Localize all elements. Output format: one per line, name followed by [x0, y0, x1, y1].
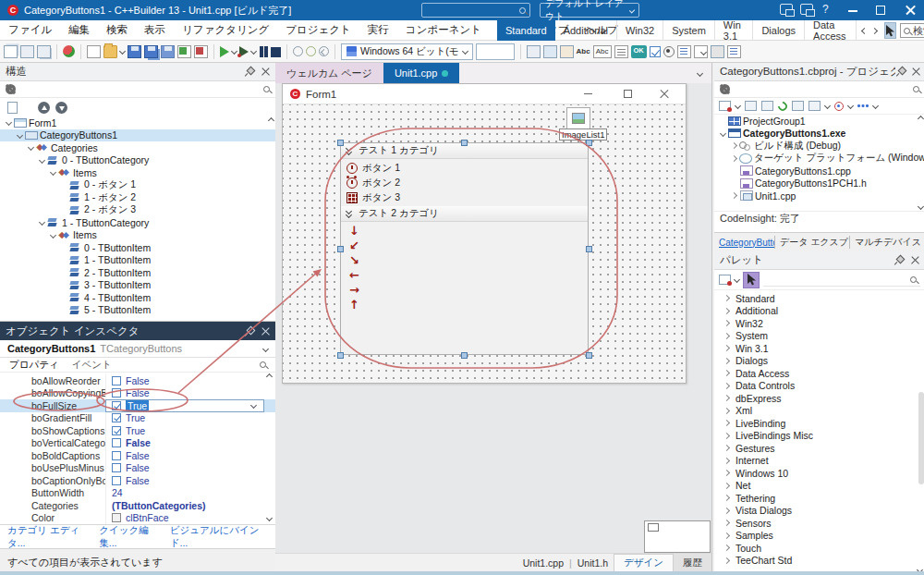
palette-category[interactable]: Xml	[714, 405, 924, 418]
tree-chevron-icon[interactable]	[15, 133, 25, 138]
help-insight-icon[interactable]	[63, 45, 75, 57]
tree-chevron-icon[interactable]	[48, 233, 58, 238]
dropdown-chevron-icon[interactable]	[250, 402, 257, 409]
property-checkbox-icon[interactable]	[112, 451, 121, 460]
move-down-button[interactable]	[55, 102, 67, 114]
property-row[interactable]: Color clBtnFace	[0, 512, 275, 525]
palette-category[interactable]: Additional	[714, 305, 924, 318]
tree-item[interactable]: CategoryButtons1	[0, 129, 275, 142]
inspector-tab[interactable]: プロパティ	[9, 359, 59, 372]
palette-category[interactable]: Internet	[714, 455, 924, 468]
property-value-cell[interactable]: True	[105, 399, 264, 412]
tree-item[interactable]: Form1	[0, 116, 275, 129]
search-icon[interactable]	[263, 86, 270, 92]
category-button[interactable]: ボタン 2	[341, 176, 588, 190]
property-row[interactable]: boUsePlusMinus False	[0, 462, 275, 475]
selection-handle[interactable]	[461, 140, 468, 146]
save-icon[interactable]	[128, 45, 141, 58]
menu-item[interactable]: ファイル	[0, 23, 60, 37]
refresh-icon[interactable]	[776, 99, 789, 112]
object-selector[interactable]: CategoryButtons1 TCategoryButtons	[0, 340, 275, 358]
tree-chevron-icon[interactable]	[37, 220, 47, 225]
category-header[interactable]: テスト 2 カテゴリ	[341, 206, 588, 222]
property-checkbox-icon[interactable]	[112, 401, 121, 410]
project-tree-item[interactable]: ターゲット プラットフォーム (Windows 64 ビット(モ	[714, 153, 924, 165]
property-row[interactable]: boGradientFill True	[0, 412, 275, 425]
gear-icon[interactable]	[720, 84, 730, 94]
property-value-cell[interactable]: True	[105, 412, 275, 425]
palette-tab[interactable]: Data Access	[805, 20, 857, 41]
search-icon[interactable]	[913, 86, 919, 92]
tab-list-button[interactable]	[698, 63, 711, 83]
tree-item[interactable]: 1 - ボタン 2	[0, 191, 275, 204]
selection-handle[interactable]	[461, 352, 468, 359]
palette-tab[interactable]: Standard	[497, 20, 555, 41]
open-project-icon[interactable]	[20, 45, 34, 58]
dock-tab[interactable]: データ エクスプロ...	[774, 236, 849, 249]
property-value-cell[interactable]: False	[105, 437, 275, 450]
scrollbar-component-icon[interactable]	[711, 45, 724, 58]
designed-form-window[interactable]: C Form1 ImageList1 テ	[282, 83, 687, 384]
project-tree-item[interactable]: CategoryButtons1PCH1.h	[714, 177, 924, 190]
menu-item[interactable]: プロジェクト	[277, 23, 359, 37]
arrow-button[interactable]: ↓	[349, 224, 588, 239]
run-without-debug-icon[interactable]	[239, 46, 249, 57]
style-selector[interactable]	[476, 43, 515, 60]
tree-chevron-icon[interactable]	[729, 143, 739, 148]
property-checkbox-icon[interactable]	[112, 376, 121, 385]
property-row[interactable]: boBoldCaptions False	[0, 449, 275, 462]
dropdown-icon[interactable]	[824, 103, 831, 109]
property-row[interactable]: ButtonWidth 24	[0, 487, 275, 500]
tree-chevron-icon[interactable]	[26, 145, 36, 150]
new-items-icon[interactable]	[4, 45, 18, 58]
tree-item[interactable]: 2 - ボタン 3	[0, 204, 275, 217]
editor-tab[interactable]: Unit1.cpp	[383, 63, 459, 83]
pin-icon[interactable]	[895, 67, 905, 77]
property-checkbox-icon[interactable]	[112, 513, 121, 522]
scroll-down-icon[interactable]	[918, 203, 924, 210]
tab-scroll-buttons[interactable]	[857, 20, 882, 41]
search-icon[interactable]	[260, 361, 266, 368]
menu-item[interactable]: リファクタリング	[174, 23, 277, 37]
tree-item[interactable]: 0 - TButtonItem	[0, 241, 275, 254]
tree-item[interactable]: 1 - TButtonCategory	[0, 216, 275, 229]
component-search-input[interactable]: 検索	[900, 23, 924, 38]
new-item-icon[interactable]	[7, 102, 18, 114]
palette-category[interactable]: Win 3.1	[714, 342, 924, 355]
palette-category[interactable]: Windows 10	[714, 467, 924, 480]
stop-icon[interactable]	[271, 47, 281, 57]
tree-item[interactable]: 5 - TButtonItem	[0, 304, 275, 317]
tree-chevron-icon[interactable]	[718, 131, 728, 136]
pin-icon[interactable]	[894, 255, 904, 265]
pin-icon[interactable]	[244, 67, 254, 77]
tree-item[interactable]: 0 - ボタン 1	[0, 179, 275, 192]
property-value-cell[interactable]: False	[105, 449, 275, 462]
menu-item[interactable]: コンポーネント	[397, 23, 490, 37]
tree-item[interactable]: Categories	[0, 141, 275, 154]
minimize-button[interactable]	[848, 10, 857, 12]
layout-apply-icon[interactable]	[800, 4, 813, 15]
menu-item[interactable]: 実行	[359, 23, 397, 37]
property-value-cell[interactable]: (TButtonCategories)	[105, 499, 275, 512]
build-icon[interactable]	[194, 45, 208, 58]
frames-icon[interactable]	[527, 45, 541, 58]
cascade-icon[interactable]	[37, 45, 51, 58]
selection-handle[interactable]	[337, 140, 344, 146]
run-dropdown-icon[interactable]	[231, 48, 237, 55]
arrow-button[interactable]: ↘	[349, 253, 588, 268]
palette-category[interactable]: Data Access	[714, 367, 924, 380]
move-up-button[interactable]	[38, 102, 50, 114]
view-tab[interactable]: デザイン	[614, 554, 674, 572]
property-row[interactable]: boShowCaptions True	[0, 424, 275, 437]
dock-tab[interactable]: マルチデバイス プ...	[849, 236, 924, 249]
arrow-button[interactable]: →	[349, 283, 588, 298]
property-value-cell[interactable]: clBtnFace	[105, 512, 275, 525]
property-checkbox-icon[interactable]	[112, 463, 121, 472]
property-row[interactable]: boAllowCopyingButto False	[0, 387, 275, 400]
palette-category[interactable]: Dialogs	[714, 355, 924, 368]
arrow-button[interactable]: ←	[349, 268, 588, 283]
view-tab[interactable]: 履歴	[674, 554, 711, 572]
run2-dropdown-icon[interactable]	[250, 48, 257, 55]
palette-category[interactable]: Standard	[714, 292, 924, 305]
palette-category[interactable]: Touch	[714, 542, 924, 555]
